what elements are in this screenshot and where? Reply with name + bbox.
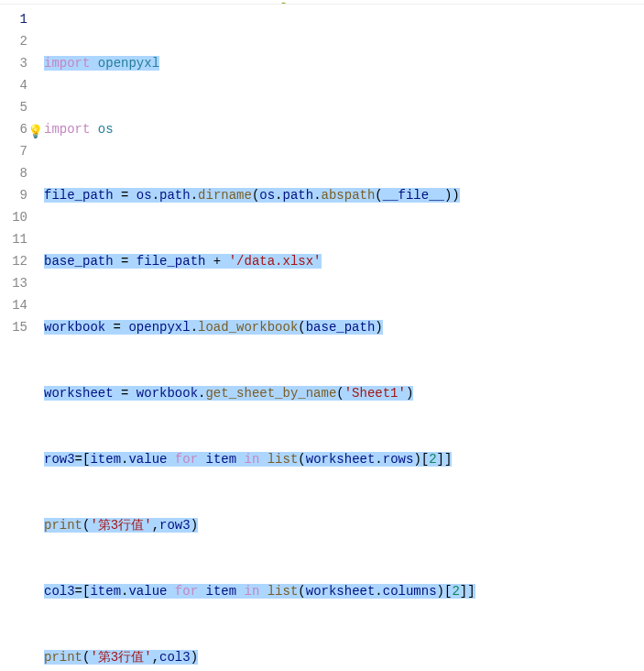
lightbulb-icon[interactable]: 💡 bbox=[27, 121, 43, 143]
line-gutter: 1 2 3 4 5 6 7 8 9 10 11 12 13 14 15 bbox=[0, 8, 44, 671]
code-editor[interactable]: 1 2 3 4 5 6 7 8 9 10 11 12 13 14 15 impo… bbox=[0, 5, 644, 671]
code-line[interactable]: base_path = file_path + '/data.xlsx' bbox=[44, 250, 644, 272]
code-line[interactable]: print('第3行值',row3) bbox=[44, 514, 644, 536]
code-area[interactable]: import openpyxl 💡import os file_path = o… bbox=[44, 8, 644, 671]
code-line[interactable]: worksheet = workbook.get_sheet_by_name('… bbox=[44, 382, 644, 404]
code-line[interactable]: 💡import os bbox=[44, 118, 644, 140]
code-line[interactable]: import openpyxl bbox=[44, 52, 644, 74]
code-line[interactable]: row3=[item.value for item in list(worksh… bbox=[44, 448, 644, 470]
code-line[interactable]: col3=[item.value for item in list(worksh… bbox=[44, 580, 644, 602]
code-line[interactable]: workbook = openpyxl.load_workbook(base_p… bbox=[44, 316, 644, 338]
code-line[interactable]: print('第3行值',col3) bbox=[44, 646, 644, 668]
code-line[interactable]: file_path = os.path.dirname(os.path.absp… bbox=[44, 184, 644, 206]
